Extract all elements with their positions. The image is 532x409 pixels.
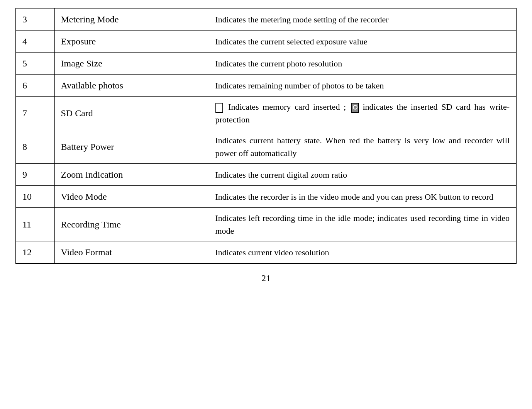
row-feature: SD Card [54, 97, 209, 130]
sd-card-text-part1: Indicates memory card inserted ; [228, 102, 346, 112]
row-description: Indicates current battery state. When re… [209, 130, 516, 164]
row-description: Indicates remaining number of photos to … [209, 75, 516, 97]
table-row: 4 Exposure Indicates the current selecte… [16, 31, 516, 53]
row-description: Indicates the recorder is in the video m… [209, 186, 516, 208]
row-number: 4 [16, 31, 54, 53]
row-description: Indicates left recording time in the idl… [209, 208, 516, 241]
row-number: 5 [16, 53, 54, 75]
table-row: 9 Zoom Indication Indicates the current … [16, 164, 516, 186]
table-row: 12 Video Format Indicates current video … [16, 241, 516, 264]
row-description: Indicates the metering mode setting of t… [209, 8, 516, 31]
row-number: 9 [16, 164, 54, 186]
row-feature: Available photos [54, 75, 209, 97]
row-description-sdcard: Indicates memory card inserted ; indicat… [209, 97, 516, 130]
row-description: Indicates current video resolution [209, 241, 516, 264]
table-row: 6 Available photos Indicates remaining n… [16, 75, 516, 97]
row-number: 12 [16, 241, 54, 264]
row-description: Indicates the current digital zoom ratio [209, 164, 516, 186]
page-number: 21 [15, 273, 517, 283]
sd-card-empty-icon [215, 103, 223, 113]
row-feature: Metering Mode [54, 8, 209, 31]
row-feature: Video Format [54, 241, 209, 264]
row-number: 11 [16, 208, 54, 241]
table-row: 5 Image Size Indicates the current photo… [16, 53, 516, 75]
table-row: 3 Metering Mode Indicates the metering m… [16, 8, 516, 31]
row-number: 10 [16, 186, 54, 208]
table-row: 7 SD Card Indicates memory card inserted… [16, 97, 516, 130]
row-feature: Image Size [54, 53, 209, 75]
row-number: 7 [16, 97, 54, 130]
features-table: 3 Metering Mode Indicates the metering m… [15, 8, 517, 264]
row-number: 6 [16, 75, 54, 97]
main-table-container: 3 Metering Mode Indicates the metering m… [15, 8, 517, 283]
row-description: Indicates the current photo resolution [209, 53, 516, 75]
row-feature: Video Mode [54, 186, 209, 208]
row-number: 8 [16, 130, 54, 164]
row-number: 3 [16, 8, 54, 31]
row-feature: Recording Time [54, 208, 209, 241]
row-feature: Battery Power [54, 130, 209, 164]
sd-card-locked-icon [351, 103, 359, 113]
table-row: 8 Battery Power Indicates current batter… [16, 130, 516, 164]
table-row: 10 Video Mode Indicates the recorder is … [16, 186, 516, 208]
table-row: 11 Recording Time Indicates left recordi… [16, 208, 516, 241]
row-description: Indicates the current selected exposure … [209, 31, 516, 53]
row-feature: Exposure [54, 31, 209, 53]
row-feature: Zoom Indication [54, 164, 209, 186]
